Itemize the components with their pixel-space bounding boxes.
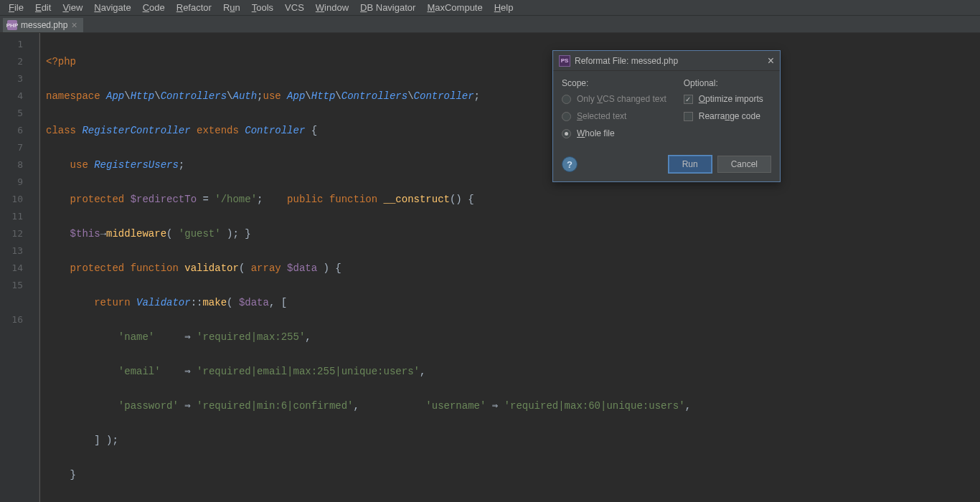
tab-filename: messed.php: [21, 20, 67, 30]
line-number: 2: [0, 53, 23, 70]
radio-icon: [562, 112, 571, 121]
optional-label: Optional:: [684, 78, 763, 88]
line-number: 13: [0, 242, 23, 260]
line-number: 1: [0, 36, 23, 53]
menu-tools[interactable]: Tools: [246, 1, 279, 14]
reformat-dialog: PS Reformat File: messed.php × Scope: On…: [552, 50, 781, 182]
run-button[interactable]: Run: [669, 156, 712, 173]
line-number: 7: [0, 139, 23, 156]
editor: 1 2 3 4 5 6 7 8 9 10 11 12 13 14 15 16 <…: [0, 33, 980, 502]
radio-icon: [562, 129, 571, 138]
radio-icon: [562, 95, 571, 104]
menu-view[interactable]: View: [57, 1, 88, 14]
tab-bar: PHP messed.php ×: [0, 16, 980, 33]
menu-run[interactable]: Run: [217, 1, 246, 14]
menu-vcs[interactable]: VCS: [279, 1, 310, 14]
line-number: 9: [0, 174, 23, 191]
gutter: 1 2 3 4 5 6 7 8 9 10 11 12 13 14 15 16: [0, 33, 39, 502]
line-number: 10: [0, 191, 23, 208]
menu-maxcompute[interactable]: MaxCompute: [421, 1, 488, 14]
line-number: 11: [0, 208, 23, 225]
help-button[interactable]: ?: [562, 156, 578, 172]
tab-active[interactable]: PHP messed.php ×: [3, 18, 83, 32]
menu-db[interactable]: DB Navigator: [354, 1, 421, 14]
menu-edit[interactable]: Edit: [29, 1, 57, 14]
menu-file[interactable]: File: [3, 1, 29, 14]
line-number: [0, 294, 23, 311]
line-number: 5: [0, 105, 23, 122]
phpstorm-icon: PS: [559, 55, 570, 67]
close-icon[interactable]: ×: [768, 55, 774, 67]
line-number: 3: [0, 70, 23, 87]
radio-selected-text: Selected text: [562, 111, 666, 121]
line-number: 16: [0, 311, 23, 328]
check-optimize-imports[interactable]: ✓ Optimize imports: [684, 94, 763, 104]
menu-help[interactable]: Help: [489, 1, 519, 14]
scope-label: Scope:: [562, 78, 666, 88]
menu-navigate[interactable]: Navigate: [88, 1, 136, 14]
menu-window[interactable]: Window: [310, 1, 354, 14]
close-icon[interactable]: ×: [71, 20, 77, 30]
menu-refactor[interactable]: Refactor: [171, 1, 217, 14]
checkbox-icon: [684, 112, 693, 121]
radio-whole-file[interactable]: Whole file: [562, 128, 666, 138]
dialog-title: Reformat File: messed.php: [575, 56, 678, 66]
code-area[interactable]: <?php namespace App\Http\Controllers\Aut…: [39, 33, 980, 502]
cancel-button[interactable]: Cancel: [717, 156, 771, 173]
checkbox-icon: ✓: [684, 95, 693, 104]
line-number: 8: [0, 156, 23, 174]
radio-only-vcs: Only VCS changed text: [562, 94, 666, 104]
line-number: 6: [0, 122, 23, 139]
php-file-icon: PHP: [7, 20, 17, 30]
line-number: 14: [0, 260, 23, 277]
dialog-titlebar: PS Reformat File: messed.php ×: [553, 51, 780, 71]
check-rearrange-code[interactable]: Rearrange code: [684, 111, 763, 121]
menu-code[interactable]: Code: [137, 1, 171, 14]
line-number: 12: [0, 225, 23, 242]
menu-bar: File Edit View Navigate Code Refactor Ru…: [0, 0, 980, 16]
line-number: 4: [0, 87, 23, 105]
code-token: <?php: [46, 56, 76, 67]
line-number: 15: [0, 277, 23, 294]
